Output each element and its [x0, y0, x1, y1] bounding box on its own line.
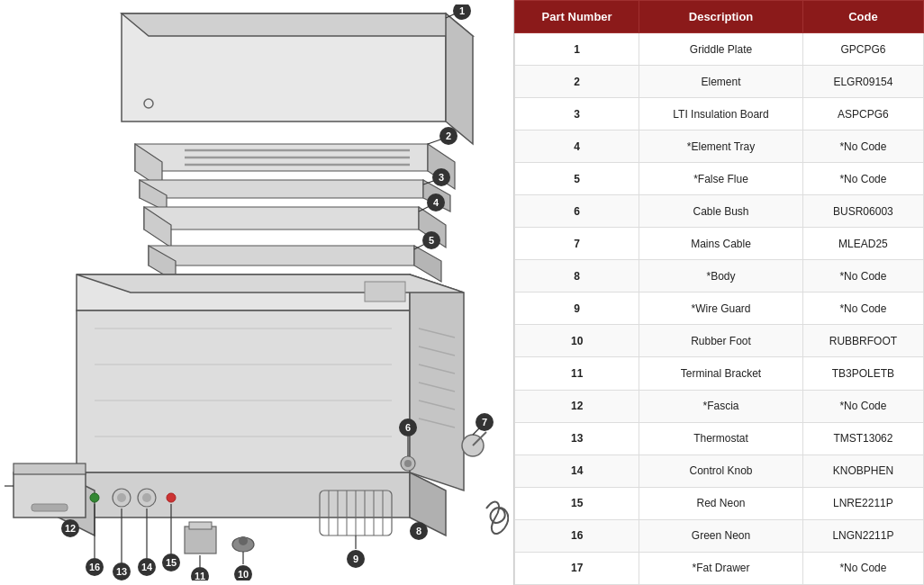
svg-text:15: 15 — [166, 557, 177, 568]
part-3-insulation: 3 — [140, 168, 450, 212]
part-14-control-knob: 14 — [138, 489, 156, 576]
cell-description: Cable Bush — [639, 195, 803, 228]
table-row: 7Mains CableMLEAD25 — [515, 228, 924, 260]
part-7-mains-cable: 7 — [462, 413, 508, 534]
cell-description: Green Neon — [639, 519, 803, 552]
cell-description: Griddle Plate — [639, 33, 803, 66]
svg-marker-22 — [144, 207, 419, 230]
cell-description: Mains Cable — [639, 228, 803, 260]
svg-marker-28 — [149, 246, 414, 266]
cell-code: *No Code — [802, 130, 923, 163]
cell-description: Control Knob — [639, 454, 803, 487]
col-header-part-number: Part Number — [515, 1, 639, 33]
cell-description: *Fat Drawer — [639, 552, 803, 584]
cell-part-number: 16 — [515, 519, 639, 552]
svg-text:2: 2 — [446, 130, 451, 141]
part-13-thermostat: 13 — [113, 489, 131, 580]
svg-marker-36 — [410, 274, 464, 490]
cell-code: MLEAD25 — [802, 228, 923, 260]
cell-code: *No Code — [802, 390, 923, 422]
cell-code: BUSR06003 — [802, 195, 923, 228]
cell-description: *False Flue — [639, 163, 803, 195]
cell-part-number: 13 — [515, 422, 639, 454]
part-17-fat-drawer: 17 — [5, 464, 86, 518]
svg-rect-69 — [185, 526, 216, 554]
svg-rect-70 — [189, 522, 212, 529]
table-row: 15Red NeonLNRE2211P — [515, 487, 924, 519]
col-header-code: Code — [802, 1, 923, 33]
cell-part-number: 2 — [515, 66, 639, 98]
cell-description: *Body — [639, 260, 803, 292]
cell-part-number: 6 — [515, 195, 639, 228]
cell-description: LTI Insulation Board — [639, 98, 803, 130]
svg-text:9: 9 — [353, 554, 358, 564]
parts-table: Part Number Description Code 1Griddle Pl… — [514, 0, 924, 585]
svg-marker-1 — [122, 14, 473, 36]
cell-code: RUBBRFOOT — [802, 325, 923, 357]
svg-point-89 — [167, 493, 176, 502]
part-4-element-tray: 4 — [144, 194, 446, 248]
table-row: 3LTI Insulation BoardASPCPG6 — [515, 98, 924, 130]
svg-rect-48 — [365, 282, 405, 302]
table-row: 8*Body*No Code — [515, 260, 924, 292]
cell-part-number: 1 — [515, 33, 639, 66]
cell-code: KNOBPHEN — [802, 454, 923, 487]
cell-code: *No Code — [802, 260, 923, 292]
svg-rect-65 — [32, 504, 68, 511]
cell-part-number: 7 — [515, 228, 639, 260]
table-row: 11Terminal BracketTB3POLETB — [515, 357, 924, 390]
cell-code: TB3POLETB — [802, 357, 923, 390]
part-11-terminal-bracket: 11 — [185, 522, 216, 580]
cell-code: TMST13062 — [802, 422, 923, 454]
parts-table-section: Part Number Description Code 1Griddle Pl… — [513, 0, 924, 585]
cell-description: Terminal Bracket — [639, 357, 803, 390]
part-1-griddle-plate: 1 — [122, 4, 473, 144]
cell-code: *No Code — [802, 292, 923, 325]
cell-part-number: 15 — [515, 487, 639, 519]
cell-part-number: 3 — [515, 98, 639, 130]
svg-marker-30 — [414, 246, 441, 282]
cell-code: *No Code — [802, 552, 923, 584]
svg-text:1: 1 — [459, 5, 465, 16]
cell-part-number: 8 — [515, 260, 639, 292]
cell-description: Thermostat — [639, 422, 803, 454]
svg-text:5: 5 — [429, 235, 434, 246]
svg-marker-35 — [77, 310, 410, 472]
svg-marker-16 — [140, 180, 423, 198]
svg-text:13: 13 — [116, 566, 127, 577]
svg-text:8: 8 — [416, 526, 421, 536]
cell-part-number: 10 — [515, 325, 639, 357]
table-row: 9*Wire Guard*No Code — [515, 292, 924, 325]
cell-code: ASPCPG6 — [802, 98, 923, 130]
svg-rect-64 — [14, 464, 86, 474]
svg-point-80 — [117, 493, 126, 502]
svg-text:11: 11 — [195, 571, 205, 580]
svg-text:14: 14 — [141, 562, 153, 572]
cell-part-number: 5 — [515, 163, 639, 195]
cell-description: *Wire Guard — [639, 292, 803, 325]
part-10-rubber-foot: 10 — [232, 536, 254, 580]
svg-marker-2 — [446, 14, 473, 144]
cell-description: Rubber Foot — [639, 325, 803, 357]
svg-point-75 — [239, 536, 248, 545]
cell-description: Element — [639, 66, 803, 98]
cell-code: LNRE2211P — [802, 487, 923, 519]
table-row: 5*False Flue*No Code — [515, 163, 924, 195]
cell-part-number: 12 — [515, 390, 639, 422]
cell-code: LNGN2211P — [802, 519, 923, 552]
svg-text:4: 4 — [433, 197, 439, 208]
svg-text:12: 12 — [65, 523, 76, 534]
table-row: 16Green NeonLNGN2211P — [515, 519, 924, 552]
table-row: 2ElementELGR09154 — [515, 66, 924, 98]
svg-point-93 — [90, 493, 99, 502]
cell-description: *Element Tray — [639, 130, 803, 163]
table-row: 4*Element Tray*No Code — [515, 130, 924, 163]
diagram-section: 1 2 3 — [0, 0, 513, 585]
cell-description: Red Neon — [639, 487, 803, 519]
cell-code: *No Code — [802, 163, 923, 195]
svg-text:7: 7 — [482, 417, 487, 428]
cell-part-number: 4 — [515, 130, 639, 163]
table-row: 13ThermostatTMST13062 — [515, 422, 924, 454]
table-row: 17*Fat Drawer*No Code — [515, 552, 924, 584]
svg-point-85 — [142, 493, 151, 502]
